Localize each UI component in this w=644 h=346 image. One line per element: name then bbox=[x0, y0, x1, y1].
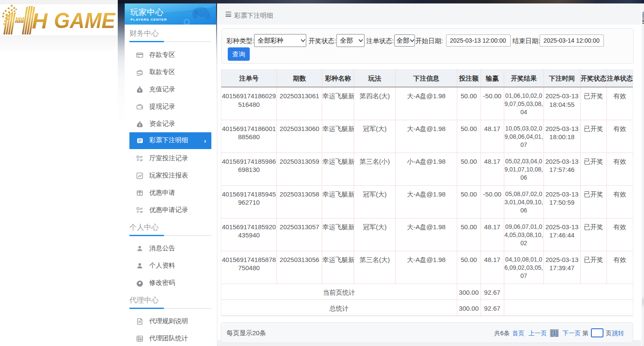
svg-text:H: H bbox=[32, 9, 48, 33]
svg-text:GAME: GAME bbox=[54, 9, 116, 33]
